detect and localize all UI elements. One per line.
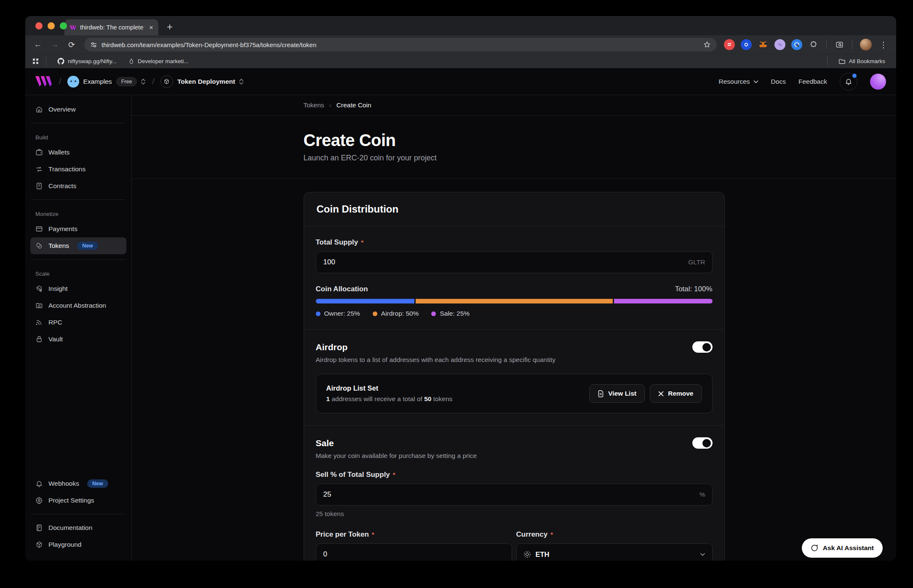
bookmark-label: niftyswap.gg/Nifty... <box>68 58 117 64</box>
reload-icon[interactable]: ⟳ <box>64 37 79 52</box>
close-window-button[interactable] <box>35 22 43 29</box>
webhooks-new-badge: New <box>87 479 108 488</box>
currency-select[interactable]: ETH <box>516 543 713 561</box>
team-avatar[interactable] <box>67 76 79 88</box>
browser-tab[interactable]: thirdweb: The complete web3 × <box>64 19 158 35</box>
price-input[interactable] <box>316 543 512 561</box>
sidebar-item-contracts[interactable]: Contracts <box>30 178 126 194</box>
sidebar-divider <box>31 514 125 514</box>
docs-link[interactable]: Docs <box>771 78 786 85</box>
airdrop-list-box: Airdrop List Set 1 addresses will receiv… <box>316 374 713 413</box>
sidebar-item-rpc[interactable]: RPC <box>30 314 126 331</box>
sidebar-item-label: Playground <box>48 541 81 548</box>
extension-icon-purple[interactable] <box>774 39 785 50</box>
price-label: Price per Token <box>316 530 369 539</box>
bookmarks-bar: niftyswap.gg/Nifty... Developer marketi.… <box>25 54 896 68</box>
sidebar-item-overview[interactable]: Overview <box>30 101 126 118</box>
side-panel-icon[interactable] <box>832 37 847 52</box>
sidebar-section-scale: Scale <box>35 271 121 277</box>
toolbar-divider <box>852 40 852 49</box>
forward-nav-icon[interactable]: → <box>47 37 62 52</box>
bookmark-label: Developer marketi... <box>138 58 189 64</box>
bookmark-star-icon[interactable] <box>703 41 711 48</box>
sidebar-section-monetize: Monetize <box>35 211 121 217</box>
bookmarks-divider <box>46 57 46 66</box>
sidebar-item-label: Wallets <box>48 149 69 156</box>
sidebar-item-insight[interactable]: Insight <box>30 280 126 297</box>
sidebar-item-webhooks[interactable]: Webhooks New <box>30 475 126 492</box>
account-avatar[interactable] <box>870 74 886 90</box>
card-title: Coin Distribution <box>317 203 712 215</box>
extension-icon-clock[interactable] <box>791 39 802 50</box>
ask-ai-assistant-button[interactable]: Ask AI Assistant <box>802 538 883 558</box>
tab-title: thirdweb: The complete web3 <box>80 24 145 31</box>
sale-toggle[interactable] <box>692 437 713 449</box>
airdrop-description: Airdrop tokens to a list of addresses wi… <box>316 356 713 364</box>
bookmark-item[interactable]: niftyswap.gg/Nifty... <box>53 58 121 65</box>
thirdweb-logo[interactable] <box>35 76 53 88</box>
required-asterisk: * <box>393 471 395 478</box>
metamask-icon[interactable] <box>758 39 769 50</box>
currency-value: ETH <box>536 551 550 559</box>
sell-pct-suffix: % <box>699 491 705 498</box>
legend-dot-owner <box>316 311 320 316</box>
breadcrumb: Tokens › Create Coin <box>304 101 725 109</box>
sidebar-item-project-settings[interactable]: Project Settings <box>30 492 126 509</box>
total-supply-label: Total Supply <box>316 238 358 247</box>
sidebar-divider <box>31 200 125 200</box>
extensions-puzzle-icon[interactable] <box>806 37 821 52</box>
sidebar-item-documentation[interactable]: Documentation <box>30 519 126 536</box>
feedback-link[interactable]: Feedback <box>798 78 827 85</box>
url-bar[interactable]: thirdweb.com/team/examples/Token-Deploym… <box>84 38 717 51</box>
sidebar-item-label: Project Settings <box>48 497 94 504</box>
minimize-window-button[interactable] <box>48 22 55 29</box>
sidebar-item-playground[interactable]: Playground <box>30 536 126 553</box>
all-bookmarks-button[interactable]: All Bookmarks <box>834 58 889 64</box>
app-top-nav: / Examples Free / Token Deployment Resou… <box>25 68 896 95</box>
extension-icon-blue[interactable] <box>741 39 752 50</box>
allocation-total: Total: 100% <box>675 285 713 293</box>
sidebar-item-transactions[interactable]: Transactions <box>30 161 126 178</box>
sell-pct-label: Sell % of Total Supply <box>316 471 390 479</box>
extension-icon-red[interactable] <box>724 39 735 50</box>
sidebar-item-payments[interactable]: Payments <box>30 221 126 237</box>
folder-box-icon <box>35 302 43 309</box>
total-supply-input[interactable] <box>316 251 713 273</box>
project-name[interactable]: Token Deployment <box>177 78 235 85</box>
page-title: Create Coin <box>304 131 725 150</box>
page-subtitle: Launch an ERC-20 coin for your project <box>304 154 725 162</box>
tab-strip: thirdweb: The complete web3 × + <box>25 16 896 35</box>
airdrop-list-summary: 1 addresses will receive a total of 50 t… <box>326 395 453 403</box>
coin-distribution-card: Coin Distribution Total Supply * <box>304 192 725 561</box>
remove-button[interactable]: Remove <box>650 384 702 403</box>
team-name[interactable]: Examples <box>83 78 112 85</box>
resources-menu[interactable]: Resources <box>719 78 758 85</box>
legend-dot-sale <box>431 311 436 316</box>
team-switcher-icon[interactable] <box>140 77 146 86</box>
airdrop-toggle[interactable] <box>692 341 713 353</box>
bookmark-item[interactable]: Developer marketi... <box>124 58 193 64</box>
sidebar-item-tokens[interactable]: Tokens New <box>30 237 126 254</box>
apps-grid-icon[interactable] <box>32 58 39 65</box>
breadcrumb-tokens[interactable]: Tokens <box>304 101 324 109</box>
sidebar-item-wallets[interactable]: Wallets <box>30 144 126 161</box>
nav-slash: / <box>152 77 155 86</box>
transfer-arrows-icon <box>35 165 43 173</box>
bookmarks-divider <box>827 57 828 66</box>
sell-pct-input[interactable] <box>316 484 713 506</box>
project-switcher-icon[interactable] <box>238 77 244 86</box>
notifications-button[interactable] <box>840 73 857 90</box>
back-nav-icon[interactable]: ← <box>30 37 45 52</box>
zoom-window-button[interactable] <box>60 22 67 29</box>
sidebar-item-vault[interactable]: Vault <box>30 331 126 348</box>
new-tab-button[interactable]: + <box>167 21 173 33</box>
view-list-button[interactable]: View List <box>589 384 645 403</box>
main-content: Tokens › Create Coin Create Coin Launch … <box>132 95 896 561</box>
tab-close-icon[interactable]: × <box>149 24 153 31</box>
site-settings-icon[interactable] <box>90 41 97 48</box>
document-icon <box>598 390 604 397</box>
browser-profile-avatar[interactable] <box>860 39 872 51</box>
browser-menu-icon[interactable]: ⋮ <box>876 37 891 52</box>
bell-icon <box>35 480 43 487</box>
sidebar-item-account-abstraction[interactable]: Account Abstraction <box>30 297 126 314</box>
